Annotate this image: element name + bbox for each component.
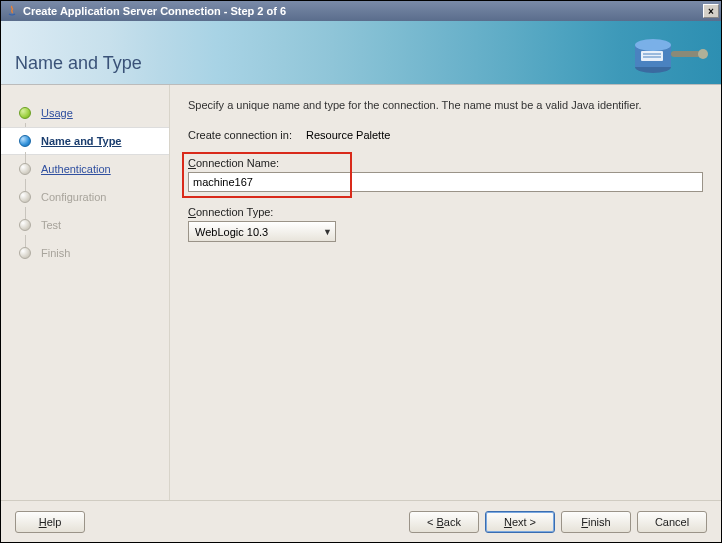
- step-label: Authentication: [41, 163, 111, 175]
- wizard-step-configuration: Configuration: [1, 183, 169, 211]
- wizard-step-finish: Finish: [1, 239, 169, 267]
- step-label: Usage: [41, 107, 73, 119]
- step-bullet-icon: [19, 191, 31, 203]
- instruction-text: Specify a unique name and type for the c…: [188, 99, 703, 111]
- connection-type-label: Connection Type:: [188, 206, 703, 218]
- connection-type-select[interactable]: [188, 221, 336, 242]
- step-bullet-icon: [19, 107, 31, 119]
- connection-name-group: Connection Name:: [188, 157, 703, 192]
- step-bullet-icon: [19, 135, 31, 147]
- title-bar: Create Application Server Connection - S…: [1, 1, 721, 21]
- wizard-steps-sidebar: UsageName and TypeAuthenticationConfigur…: [1, 85, 169, 500]
- wizard-step-authentication[interactable]: Authentication: [1, 155, 169, 183]
- step-label: Finish: [41, 247, 70, 259]
- help-button[interactable]: Help: [15, 511, 85, 533]
- wizard-body: UsageName and TypeAuthenticationConfigur…: [1, 85, 721, 500]
- wizard-button-bar: Help < Back Next > Finish Cancel: [1, 500, 721, 542]
- wizard-step-test: Test: [1, 211, 169, 239]
- wizard-header-title: Name and Type: [15, 53, 142, 74]
- step-label: Name and Type: [41, 135, 122, 147]
- wizard-step-usage[interactable]: Usage: [1, 99, 169, 127]
- create-in-value: Resource Palette: [306, 129, 390, 141]
- java-icon: [5, 4, 19, 18]
- step-bullet-icon: [19, 247, 31, 259]
- svg-point-2: [635, 39, 671, 51]
- wizard-content: Specify a unique name and type for the c…: [169, 85, 721, 500]
- step-label: Test: [41, 219, 61, 231]
- step-label: Configuration: [41, 191, 106, 203]
- step-bullet-icon: [19, 219, 31, 231]
- step-bullet-icon: [19, 163, 31, 175]
- svg-point-4: [698, 49, 708, 59]
- connection-name-label: Connection Name:: [188, 157, 703, 169]
- svg-rect-5: [641, 51, 663, 61]
- next-button[interactable]: Next >: [485, 511, 555, 533]
- create-in-label: Create connection in:: [188, 129, 292, 141]
- window-title: Create Application Server Connection - S…: [23, 5, 703, 17]
- back-button[interactable]: < Back: [409, 511, 479, 533]
- create-in-row: Create connection in: Resource Palette: [188, 129, 703, 141]
- connection-type-group: Connection Type: ▼: [188, 206, 703, 242]
- finish-button[interactable]: Finish: [561, 511, 631, 533]
- server-graphic-icon: [621, 27, 711, 79]
- wizard-step-name-and-type: Name and Type: [1, 127, 169, 155]
- close-button[interactable]: ×: [703, 4, 719, 18]
- cancel-button[interactable]: Cancel: [637, 511, 707, 533]
- wizard-header: Name and Type: [1, 21, 721, 85]
- svg-rect-3: [671, 51, 701, 57]
- connection-name-input[interactable]: [188, 172, 703, 192]
